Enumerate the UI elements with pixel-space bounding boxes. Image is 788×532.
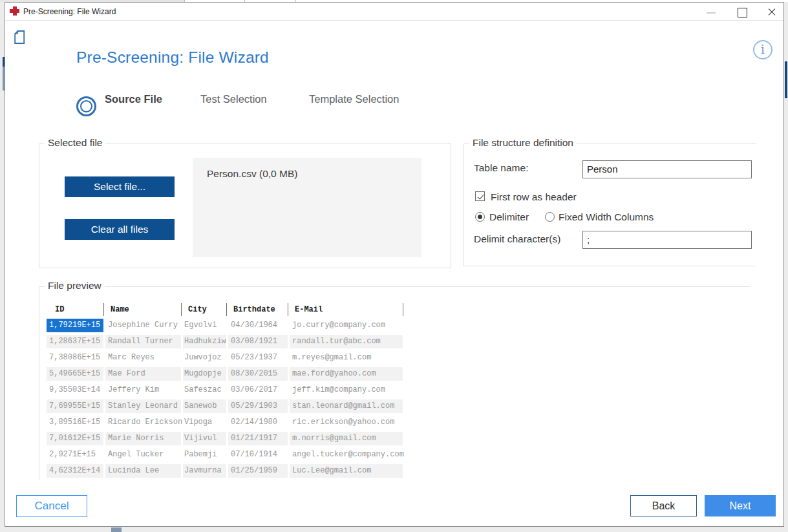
table-cell[interactable]: 7,01612E+15 — [47, 432, 103, 445]
preview-column-header[interactable]: E-Mail — [290, 303, 403, 317]
table-cell[interactable]: Marc Reyes — [105, 351, 181, 365]
title-bar: Pre-Screening: File Wizard — [5, 3, 783, 21]
table-cell[interactable]: Javmurna — [183, 464, 226, 478]
table-cell[interactable]: Josephine Curry — [105, 319, 181, 332]
table-row: 7,38086E+15Marc ReyesJuwvojoz05/23/1937m… — [47, 350, 405, 366]
table-cell[interactable]: 05/23/1937 — [228, 351, 288, 365]
column-separator — [181, 303, 182, 316]
table-cell[interactable]: Mae Ford — [105, 367, 181, 381]
table-cell[interactable]: 1,79219E+15 — [47, 319, 103, 332]
table-cell[interactable]: Hadhukziw — [183, 335, 226, 348]
preview-column-header[interactable]: City — [183, 303, 226, 317]
next-button[interactable]: Next — [705, 495, 776, 516]
table-name-label: Table name: — [474, 162, 528, 174]
delimit-char-input[interactable]: ; — [582, 231, 752, 249]
preview-column-header[interactable]: Name — [105, 303, 181, 317]
table-cell[interactable]: Randall Turner — [105, 335, 181, 348]
maximize-button[interactable] — [732, 3, 751, 21]
table-row: 7,69955E+15Stanley LeonardSanewob05/29/1… — [47, 398, 405, 414]
table-name-input[interactable]: Person — [582, 160, 752, 178]
table-cell[interactable]: mae.ford@yahoo.com — [290, 367, 403, 381]
table-cell[interactable]: Safeszac — [183, 383, 226, 397]
table-cell[interactable]: 08/30/2015 — [228, 367, 288, 381]
table-cell[interactable]: Lucinda Lee — [105, 464, 181, 478]
select-file-button[interactable]: Select file... — [65, 176, 175, 197]
table-cell[interactable]: Ricardo Erickson — [105, 416, 181, 429]
step-indicator-icon — [76, 96, 96, 116]
table-cell[interactable]: Stanley Leonard — [105, 399, 181, 413]
table-cell[interactable]: stan.leonard@gmail.com — [290, 399, 403, 413]
clear-all-files-button[interactable]: Clear all files — [65, 219, 175, 240]
table-cell[interactable]: 7,38086E+15 — [47, 351, 103, 365]
app-cross-icon — [10, 6, 19, 16]
table-cell[interactable]: Jeffery Kim — [105, 383, 181, 397]
table-cell[interactable]: 07/10/1914 — [228, 448, 288, 462]
table-cell[interactable]: jeff.kim@company.com — [290, 383, 403, 397]
table-cell[interactable]: Pabemji — [183, 448, 226, 462]
preview-column-header[interactable]: ID — [47, 303, 103, 317]
table-row: 9,35503E+14Jeffery KimSafeszac03/06/2017… — [47, 382, 405, 398]
table-row: 4,62312E+14Lucinda LeeJavmurna01/25/1959… — [47, 463, 405, 479]
table-cell[interactable]: Angel Tucker — [105, 448, 181, 462]
table-cell[interactable]: 01/25/1959 — [228, 464, 288, 478]
table-cell[interactable]: Marie Norris — [105, 432, 181, 445]
table-cell[interactable]: angel.tucker@company.com — [290, 448, 403, 462]
table-cell[interactable]: Egvolvi — [183, 319, 226, 332]
back-button[interactable]: Back — [630, 495, 697, 516]
table-cell[interactable]: 02/14/1980 — [228, 416, 288, 429]
minimize-button[interactable] — [703, 3, 723, 21]
column-separator — [288, 303, 288, 316]
document-icon — [14, 30, 25, 44]
close-button[interactable] — [761, 3, 782, 21]
table-cell[interactable]: 03/08/1921 — [228, 335, 288, 348]
column-separator — [103, 303, 104, 316]
table-cell[interactable]: Mugdopje — [183, 367, 226, 381]
table-row: 7,01612E+15Marie NorrisVijivul01/21/1917… — [47, 431, 405, 447]
table-cell[interactable]: Sanewob — [183, 399, 226, 413]
fixed-width-radio[interactable] — [545, 212, 555, 222]
fixed-width-label: Fixed Width Columns — [559, 211, 654, 223]
background-accent — [785, 61, 787, 98]
step-source-file: Source File — [105, 93, 162, 105]
info-icon[interactable]: i — [753, 40, 772, 59]
table-cell[interactable]: 1,28637E+15 — [47, 335, 103, 348]
selected-file-legend: Selected file — [45, 137, 105, 149]
file-structure-legend: File structure definition — [469, 137, 577, 149]
page-title: Pre-Screening: File Wizard — [76, 48, 269, 67]
table-cell[interactable]: randall.tur@abc.com — [290, 335, 403, 348]
table-row: 2,9271E+15Angel TuckerPabemji07/10/1914a… — [47, 447, 405, 463]
step-test-selection: Test Selection — [200, 93, 267, 105]
column-separator — [403, 303, 403, 316]
table-cell[interactable]: Vijivul — [183, 432, 226, 445]
table-row: 1,79219E+15Josephine CurryEgvolvi04/30/1… — [47, 317, 405, 334]
table-cell[interactable]: 2,9271E+15 — [47, 448, 103, 462]
table-cell[interactable]: 03/06/2017 — [228, 383, 288, 397]
table-cell[interactable]: 01/21/1917 — [228, 432, 288, 445]
cancel-button[interactable]: Cancel — [16, 495, 87, 517]
selected-file-name: Person.csv (0,0 MB) — [207, 168, 297, 180]
first-row-checkbox[interactable] — [475, 191, 485, 201]
table-cell[interactable]: m.norris@gmail.com — [290, 432, 403, 445]
table-row: 1,28637E+15Randall TurnerHadhukziw03/08/… — [47, 334, 405, 350]
window-title: Pre-Screening: File Wizard — [23, 7, 116, 16]
table-cell[interactable]: 3,89516E+15 — [47, 416, 103, 429]
preview-column-header[interactable]: Birthdate — [228, 303, 288, 317]
table-cell[interactable]: m.reyes@gmail.com — [290, 351, 403, 365]
dialog-window: Pre-Screening: File Wizard Pre-Screening… — [5, 2, 784, 527]
delimiter-radio[interactable] — [475, 212, 485, 222]
table-cell[interactable]: 4,62312E+14 — [47, 464, 103, 478]
table-row: 3,89516E+15Ricardo EricksonVipoga02/14/1… — [47, 414, 405, 431]
preview-header-row: IDNameCityBirthdateE-Mail — [47, 302, 405, 317]
table-cell[interactable]: 5,49665E+15 — [47, 367, 103, 381]
table-cell[interactable]: Juwvojoz — [183, 351, 226, 365]
table-cell[interactable]: Luc.Lee@gmail.com — [290, 464, 403, 478]
file-preview-legend: File preview — [45, 280, 105, 292]
table-cell[interactable]: 04/30/1964 — [228, 319, 288, 332]
table-cell[interactable]: Vipoga — [183, 416, 226, 429]
delimit-char-label: Delimit character(s) — [474, 233, 560, 245]
table-cell[interactable]: 05/29/1903 — [228, 399, 288, 413]
table-cell[interactable]: jo.curry@company.com — [290, 319, 403, 332]
table-cell[interactable]: ric.erickson@yahoo.com — [290, 416, 403, 429]
table-cell[interactable]: 9,35503E+14 — [47, 383, 103, 397]
table-cell[interactable]: 7,69955E+15 — [47, 399, 103, 413]
